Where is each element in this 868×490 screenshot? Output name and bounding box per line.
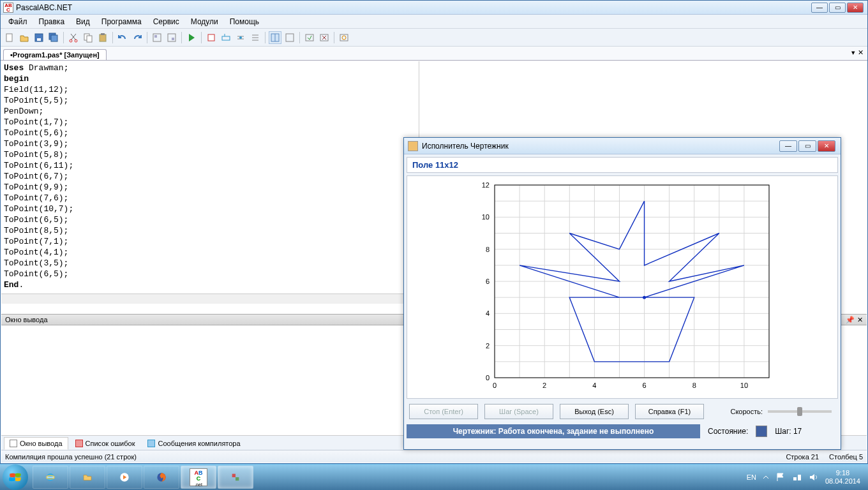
field-label: Поле 11x12 <box>407 157 838 173</box>
compiler-tab-icon <box>147 440 155 447</box>
drawman-maximize-button[interactable]: ▭ <box>798 140 816 152</box>
speed-slider[interactable] <box>768 410 832 413</box>
undo-icon[interactable] <box>116 31 129 44</box>
help-button[interactable]: Справка (F1) <box>635 404 704 419</box>
stop-icon[interactable] <box>205 31 218 44</box>
close-button[interactable]: ✕ <box>847 3 864 13</box>
toolbar-extra-3[interactable] <box>338 31 350 44</box>
open-file-icon[interactable] <box>18 31 31 44</box>
output-pin-icon[interactable]: 📌 <box>846 316 855 324</box>
layout-single-icon[interactable] <box>283 31 296 44</box>
copy-icon[interactable] <box>82 31 94 44</box>
taskbar-firefox[interactable] <box>144 466 179 489</box>
svg-rect-72 <box>793 477 797 480</box>
language-indicator[interactable]: EN <box>747 473 756 481</box>
toolbar-extra-1[interactable] <box>303 31 316 44</box>
svg-text:10: 10 <box>482 213 490 221</box>
svg-text:0: 0 <box>493 382 497 389</box>
svg-rect-8 <box>87 36 92 42</box>
svg-rect-20 <box>286 34 294 41</box>
drawman-titlebar[interactable]: Исполнитель Чертежник — ▭ ✕ <box>404 138 841 154</box>
taskbar: ABC.net EN 9:18 08.04.2014 <box>0 464 868 490</box>
flag-icon[interactable] <box>775 472 786 482</box>
tray-expand-icon[interactable] <box>763 474 769 480</box>
save-all-icon[interactable] <box>47 31 60 44</box>
svg-point-17 <box>239 36 242 39</box>
save-icon[interactable] <box>33 31 45 44</box>
tab-strip: •Program1.pas* [Запущен] ▾ ✕ <box>1 47 867 61</box>
app-icon: ABC <box>3 3 13 13</box>
minimize-button[interactable]: — <box>811 3 828 13</box>
layout-toggle-icon[interactable] <box>269 31 281 44</box>
clock[interactable]: 9:18 08.04.2014 <box>825 469 860 486</box>
menu-modules[interactable]: Модули <box>186 15 223 28</box>
network-icon[interactable] <box>792 472 802 482</box>
drawman-window: Исполнитель Чертежник — ▭ ✕ Поле 11x12 0… <box>403 137 841 450</box>
bottom-tab-compiler[interactable]: Сообщения компилятора <box>142 437 246 450</box>
svg-rect-2 <box>37 38 41 41</box>
menu-file[interactable]: Файл <box>3 15 33 28</box>
drawman-icon <box>408 141 418 151</box>
step-into-icon[interactable] <box>234 31 247 44</box>
clock-date: 08.04.2014 <box>825 477 860 486</box>
bottom-tab-errors[interactable]: Список ошибок <box>70 437 141 450</box>
drawman-buttons: Стоп (Enter) Шаг (Space) Выход (Esc) Спр… <box>404 399 841 424</box>
volume-icon[interactable] <box>809 472 819 482</box>
cut-icon[interactable] <box>67 31 80 44</box>
taskbar-pascalabc[interactable]: ABC.net <box>181 466 216 489</box>
svg-rect-9 <box>100 34 106 41</box>
errors-tab-icon <box>75 440 83 447</box>
taskbar-drawman[interactable] <box>218 466 253 489</box>
toolbar-btn-a[interactable] <box>151 31 163 44</box>
menu-program[interactable]: Программа <box>96 15 147 28</box>
maximize-button[interactable]: ▭ <box>829 3 846 13</box>
svg-rect-71 <box>236 477 239 480</box>
tab-close-icon[interactable]: ✕ <box>858 48 864 57</box>
output-close-icon[interactable]: ✕ <box>857 316 863 324</box>
plot-area: 0246810024681012 <box>407 175 838 399</box>
drawman-title: Исполнитель Чертежник <box>422 142 779 151</box>
drawman-status-msg: Чертежник: Работа окончена, задание не в… <box>407 424 700 438</box>
state-label: Состояние: <box>708 427 748 436</box>
new-file-icon[interactable] <box>3 31 16 44</box>
svg-rect-16 <box>222 36 230 40</box>
svg-text:6: 6 <box>642 382 646 389</box>
toolbar-extra-2[interactable] <box>318 31 331 44</box>
output-title: Окно вывода <box>5 316 48 323</box>
svg-rect-12 <box>154 35 157 38</box>
svg-text:2: 2 <box>486 342 490 350</box>
tab-program1[interactable]: •Program1.pas* [Запущен] <box>3 49 107 60</box>
svg-point-64 <box>643 296 646 299</box>
taskbar-explorer[interactable] <box>70 466 105 489</box>
menu-service[interactable]: Сервис <box>148 15 184 28</box>
start-button[interactable] <box>3 464 28 490</box>
menu-edit[interactable]: Правка <box>34 15 70 28</box>
titlebar[interactable]: ABC PascalABC.NET — ▭ ✕ <box>1 1 867 15</box>
editor-scrollbar[interactable] <box>1 293 419 304</box>
exit-button[interactable]: Выход (Esc) <box>560 404 629 419</box>
system-tray: EN 9:18 08.04.2014 <box>747 469 865 486</box>
toolbar-btn-b[interactable] <box>165 31 178 44</box>
stop-button[interactable]: Стоп (Enter) <box>409 404 478 419</box>
bottom-tab-output[interactable]: Окно вывода <box>4 437 68 450</box>
step-out-icon[interactable] <box>249 31 262 44</box>
svg-text:0: 0 <box>486 374 490 382</box>
menu-help[interactable]: Помощь <box>225 15 264 28</box>
tab-dropdown-icon[interactable]: ▾ <box>851 48 855 57</box>
step-over-icon[interactable] <box>220 31 232 44</box>
drawman-close-button[interactable]: ✕ <box>818 140 835 152</box>
clock-time: 9:18 <box>825 469 860 477</box>
drawman-minimize-button[interactable]: — <box>779 140 797 152</box>
taskbar-media[interactable] <box>107 466 142 489</box>
output-tab-icon <box>10 440 17 447</box>
code-editor[interactable]: Uses Drawman; begin Field(11,12); ToPoin… <box>1 61 419 304</box>
svg-text:8: 8 <box>692 382 696 389</box>
svg-text:8: 8 <box>486 246 490 253</box>
run-icon[interactable] <box>185 31 198 44</box>
step-button[interactable]: Шаг (Space) <box>484 404 553 419</box>
taskbar-ie[interactable] <box>33 466 68 489</box>
paste-icon[interactable] <box>96 31 109 44</box>
svg-text:4: 4 <box>486 309 490 317</box>
redo-icon[interactable] <box>131 31 144 44</box>
menu-view[interactable]: Вид <box>71 15 95 28</box>
